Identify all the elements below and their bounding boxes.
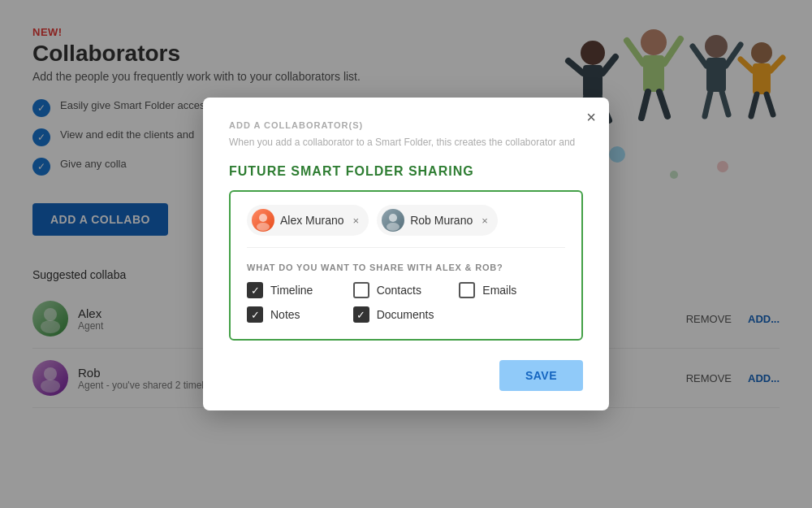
svg-point-33	[389, 214, 397, 222]
modal-close-button[interactable]: ×	[586, 109, 596, 125]
checkbox-notes: ✓ Notes	[247, 306, 353, 323]
tag-name-rob: Rob Murano	[410, 214, 473, 227]
save-button[interactable]: SAVE	[499, 360, 583, 391]
sharing-title: FUTURE SMART FOLDER SHARING	[229, 164, 583, 179]
modal-overlay: × ADD A COLLABORATOR(S) When you add a c…	[0, 0, 812, 508]
checkbox-timeline: ✓ Timeline	[247, 282, 353, 298]
collaborator-modal: × ADD A COLLABORATOR(S) When you add a c…	[203, 98, 609, 410]
modal-description: When you add a collaborator to a Smart F…	[229, 135, 583, 150]
svg-point-31	[259, 214, 267, 222]
tag-remove-rob[interactable]: ×	[482, 215, 488, 227]
checkbox-emails-label: Emails	[482, 284, 516, 297]
tag-avatar-alex	[252, 209, 274, 232]
checkbox-documents-label: Documents	[377, 308, 434, 321]
modal-section-label: ADD A COLLABORATOR(S)	[229, 120, 583, 130]
tag-name-alex: Alex Murano	[280, 214, 344, 227]
checkbox-notes-label: Notes	[270, 308, 300, 321]
checkbox-notes-input[interactable]: ✓	[247, 306, 263, 323]
checkboxes-grid: ✓ Timeline Contacts Emails ✓ Notes ✓	[247, 282, 565, 323]
modal-footer: SAVE	[229, 360, 583, 391]
svg-point-34	[387, 223, 400, 231]
checkbox-contacts: Contacts	[353, 282, 460, 298]
tag-avatar-rob	[382, 209, 404, 232]
checkbox-timeline-input[interactable]: ✓	[247, 282, 263, 298]
sharing-box: Alex Murano × Rob Murano × WHAT DO YOU W…	[229, 190, 583, 341]
checkbox-timeline-label: Timeline	[270, 284, 313, 297]
checkbox-emails-input[interactable]	[459, 282, 475, 298]
tag-rob: Rob Murano ×	[377, 205, 498, 236]
checkbox-documents-input[interactable]: ✓	[353, 306, 369, 323]
checkbox-contacts-label: Contacts	[377, 284, 421, 297]
checkbox-emails: Emails	[459, 282, 565, 298]
checkbox-documents: ✓ Documents	[353, 306, 460, 323]
checkbox-contacts-input[interactable]	[353, 282, 369, 298]
share-with-label: WHAT DO YOU WANT TO SHARE WITH ALEX & RO…	[247, 263, 565, 272]
tag-remove-alex[interactable]: ×	[353, 215, 360, 227]
svg-point-32	[257, 223, 270, 231]
tag-alex: Alex Murano ×	[247, 205, 369, 236]
tags-row: Alex Murano × Rob Murano ×	[247, 205, 565, 248]
